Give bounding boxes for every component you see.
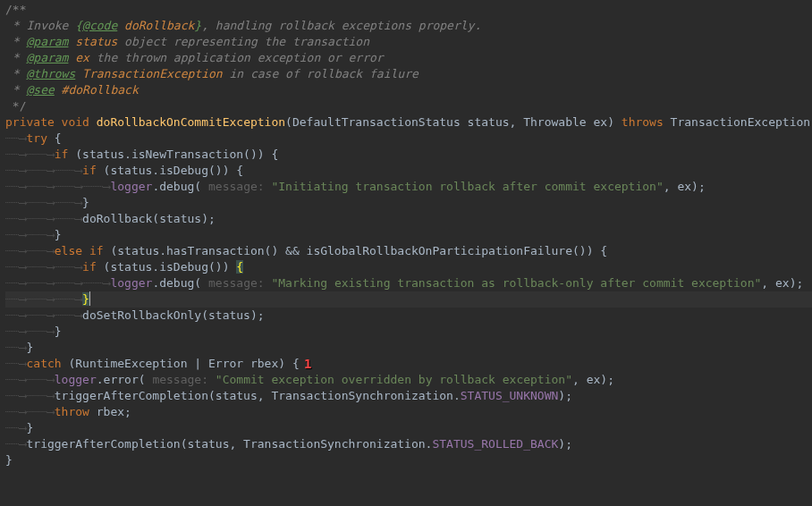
code-line[interactable]: ┈┈⟶try {: [5, 131, 812, 147]
kw-catch: catch: [26, 357, 61, 370]
statement: doRollback(status);: [82, 212, 216, 225]
javadoc-code-tag: @code: [82, 19, 117, 32]
annotation-marker: 1: [304, 356, 311, 372]
code-line[interactable]: ┈┈⟶┈┈┈⟶┈┈┈⟶┈┈┈⟶logger.debug( message: "I…: [5, 179, 812, 195]
code-line[interactable]: * Invoke {@code doRollback}, handling ro…: [5, 18, 812, 34]
code-editor[interactable]: /** * Invoke {@code doRollback}, handlin…: [0, 0, 812, 468]
method-call: debug(: [159, 276, 208, 290]
brace-close-matched: }: [82, 292, 89, 306]
kw-else-if: else if: [55, 244, 104, 257]
kw-if: if: [82, 260, 97, 274]
code-line[interactable]: ┈┈⟶┈┈┈⟶triggerAfterCompletion(status, Tr…: [5, 388, 812, 404]
code-line[interactable]: ┈┈⟶┈┈┈⟶if (status.isNewTransaction()) {: [5, 147, 812, 163]
code-line[interactable]: * @see #doRollback: [5, 82, 812, 98]
code-line[interactable]: ┈┈⟶}: [5, 340, 812, 356]
condition: (status.isDebug()) {: [97, 164, 243, 177]
code-line[interactable]: ┈┈⟶triggerAfterCompletion(status, Transa…: [5, 436, 812, 452]
comma: ,: [510, 115, 524, 129]
code-line[interactable]: /**: [5, 2, 812, 18]
code-line[interactable]: ┈┈⟶┈┈┈⟶┈┈┈⟶doSetRollbackOnly(status);: [5, 308, 812, 324]
brace-open: {: [47, 131, 62, 145]
javadoc-code-value: doRollback: [117, 19, 194, 32]
condition: (status.hasTransaction() && isGlobalRoll…: [104, 244, 608, 257]
param-hint: message:: [152, 373, 215, 386]
paren-close: ): [607, 115, 622, 129]
indent-guide: ┈┈⟶: [5, 131, 26, 145]
code-line[interactable]: ┈┈⟶┈┈┈⟶else if (status.hasTransaction() …: [5, 243, 812, 259]
javadoc-param-desc: the thrown application exception or erro…: [89, 51, 384, 64]
method-name: doRollbackOnCommitException: [97, 115, 285, 129]
indent-guide: ┈┈⟶┈┈┈⟶┈┈┈⟶: [5, 196, 82, 209]
param-type: DefaultTransactionStatus: [292, 115, 468, 129]
indent-guide: ┈┈⟶┈┈┈⟶┈┈┈⟶: [5, 308, 82, 322]
javadoc-see-tag: @see: [26, 83, 54, 97]
brace-open-matched: {: [236, 260, 243, 274]
brace-close: }: [55, 228, 62, 241]
indent-guide: ┈┈⟶┈┈┈⟶┈┈┈⟶┈┈┈⟶: [5, 276, 110, 290]
param-type: Throwable: [523, 115, 593, 129]
string-literal: "Commit exception overridden by rollback…: [216, 373, 572, 386]
string-literal: "Initiating transaction rollback after c…: [271, 180, 663, 193]
javadoc-close: */: [5, 99, 26, 113]
indent-guide: ┈┈⟶┈┈┈⟶┈┈┈⟶: [5, 292, 82, 306]
kw-void: void: [55, 115, 97, 129]
code-line[interactable]: ┈┈⟶catch (RuntimeException | Error rbex)…: [5, 356, 812, 372]
code-line[interactable]: ┈┈⟶┈┈┈⟶┈┈┈⟶if (status.isDebug()) {: [5, 163, 812, 179]
condition: (status.isNewTransaction()) {: [68, 148, 278, 161]
code-line[interactable]: ┈┈⟶┈┈┈⟶┈┈┈⟶doRollback(status);: [5, 211, 812, 227]
javadoc-text: * Invoke: [5, 19, 75, 32]
logger-field: logger: [110, 180, 152, 193]
indent-guide: ┈┈⟶: [5, 437, 26, 451]
string-literal: "Marking existing transaction as rollbac…: [271, 276, 761, 290]
code-line[interactable]: * @throws TransactionException in case o…: [5, 66, 812, 82]
indent-guide: ┈┈⟶┈┈┈⟶: [5, 244, 55, 257]
args-tail: , ex);: [664, 180, 706, 193]
code-line[interactable]: ┈┈⟶┈┈┈⟶┈┈┈⟶if (status.isDebug()) {: [5, 259, 812, 275]
indent-guide: ┈┈⟶┈┈┈⟶: [5, 325, 55, 338]
throw-expr: rbex;: [89, 405, 131, 418]
code-line[interactable]: ┈┈⟶┈┈┈⟶logger.error( message: "Commit ex…: [5, 372, 812, 388]
code-line[interactable]: * @param status object representing the …: [5, 34, 812, 50]
statement-prefix: triggerAfterCompletion(status, Transacti…: [55, 389, 461, 402]
brace-close: }: [26, 421, 33, 434]
indent-guide: ┈┈⟶┈┈┈⟶┈┈┈⟶: [5, 260, 82, 274]
javadoc-param-name: ex: [68, 51, 89, 64]
code-line[interactable]: ┈┈⟶┈┈┈⟶┈┈┈⟶}: [5, 195, 812, 211]
param-hint: message:: [208, 276, 271, 290]
javadoc-bullet: *: [5, 83, 26, 97]
javadoc-throws-name: TransactionException: [75, 67, 222, 80]
javadoc-param-desc: object representing the transaction: [117, 35, 369, 48]
code-line[interactable]: * @param ex the thrown application excep…: [5, 50, 812, 66]
javadoc-see-target: #doRollback: [55, 83, 139, 97]
code-line[interactable]: ┈┈⟶}: [5, 420, 812, 436]
code-line[interactable]: private void doRollbackOnCommitException…: [5, 114, 812, 131]
condition: (status.isDebug()): [97, 260, 237, 274]
code-line[interactable]: ┈┈⟶┈┈┈⟶throw rbex;: [5, 404, 812, 420]
code-line[interactable]: */: [5, 98, 812, 114]
javadoc-code-close: }: [194, 19, 201, 32]
dot: .: [97, 373, 104, 386]
code-line[interactable]: ┈┈⟶┈┈┈⟶}: [5, 324, 812, 340]
javadoc-throws-desc: in case of rollback failure: [223, 67, 419, 80]
indent-guide: ┈┈⟶: [5, 421, 26, 434]
kw-throws: throws: [622, 115, 664, 129]
indent-guide: ┈┈⟶: [5, 357, 26, 370]
code-line-active[interactable]: ┈┈⟶┈┈┈⟶┈┈┈⟶}: [5, 291, 812, 308]
indent-guide: ┈┈⟶┈┈┈⟶: [5, 373, 55, 386]
indent-guide: ┈┈⟶: [5, 341, 26, 354]
logger-field: logger: [110, 276, 152, 290]
code-line[interactable]: }: [5, 452, 812, 468]
indent-guide: ┈┈⟶┈┈┈⟶: [5, 148, 55, 161]
kw-if: if: [82, 164, 97, 177]
javadoc-param-name: status: [68, 35, 117, 48]
indent-guide: ┈┈⟶┈┈┈⟶: [5, 405, 55, 418]
code-line[interactable]: ┈┈⟶┈┈┈⟶┈┈┈⟶┈┈┈⟶logger.debug( message: "M…: [5, 275, 812, 291]
code-line[interactable]: ┈┈⟶┈┈┈⟶}: [5, 227, 812, 243]
javadoc-open: /**: [5, 3, 26, 16]
javadoc-param-tag: @param: [26, 51, 68, 64]
param-name: ex: [594, 115, 608, 129]
kw-if: if: [55, 148, 69, 161]
paren-open: (: [285, 115, 292, 129]
kw-throw: throw: [55, 405, 89, 418]
args-tail: , ex);: [761, 276, 803, 290]
